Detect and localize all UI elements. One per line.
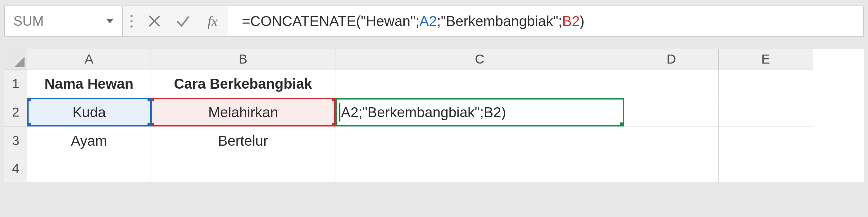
formula-token: B2: [562, 13, 580, 30]
cell-A2-text: Kuda: [72, 104, 105, 120]
cell-C4[interactable]: [335, 155, 624, 182]
cell-D3[interactable]: [624, 126, 719, 155]
col-header-B[interactable]: B: [151, 49, 335, 69]
spreadsheet-grid: A B C D E 1 Nama Hewan Cara Berkebangbia…: [4, 49, 864, 182]
range-handle-icon[interactable]: [332, 123, 335, 126]
row-header-3[interactable]: 3: [4, 126, 27, 155]
range-handle-icon[interactable]: [27, 123, 31, 126]
range-handle-icon[interactable]: [151, 98, 154, 101]
formula-bar: SUM fx =CONCATENATE("Hewan";A2;"Berkemba…: [4, 6, 864, 37]
col-header-D[interactable]: D: [624, 49, 719, 69]
cell-A1[interactable]: Nama Hewan: [27, 69, 151, 98]
dropdown-caret-icon[interactable]: [106, 19, 114, 23]
cell-A3[interactable]: Ayam: [27, 126, 151, 155]
name-box-text: SUM: [13, 13, 44, 29]
cell-B4[interactable]: [151, 155, 335, 182]
col-header-C[interactable]: C: [335, 49, 624, 69]
fx-label[interactable]: fx: [197, 6, 228, 36]
formula-token: A2: [420, 13, 437, 30]
name-box[interactable]: SUM: [5, 6, 123, 36]
range-handle-icon[interactable]: [151, 123, 154, 126]
check-icon: [175, 13, 191, 29]
range-handle-icon[interactable]: [148, 98, 151, 101]
cell-E2[interactable]: [719, 98, 813, 126]
cell-E1[interactable]: [719, 69, 813, 98]
cell-B2[interactable]: Melahirkan: [151, 98, 335, 126]
fill-handle-icon[interactable]: [620, 122, 624, 126]
range-handle-icon[interactable]: [148, 123, 151, 126]
formula-input[interactable]: =CONCATENATE("Hewan";A2;"Berkembangbiak"…: [228, 6, 863, 36]
formula-token: ;"Berkembangbiak";: [437, 13, 562, 30]
col-header-A[interactable]: A: [27, 49, 151, 69]
cell-A2[interactable]: Kuda: [27, 98, 151, 126]
cell-E4[interactable]: [719, 155, 813, 182]
cell-C3[interactable]: [335, 126, 624, 155]
cell-E3[interactable]: [719, 126, 813, 155]
formula-token: =CONCATENATE("Hewan";: [242, 13, 420, 30]
cell-D4[interactable]: [624, 155, 719, 182]
column-header-row: A B C D E: [4, 49, 864, 69]
row-header-2[interactable]: 2: [4, 98, 27, 126]
row-header-4[interactable]: 4: [4, 155, 27, 182]
cell-D2[interactable]: [624, 98, 719, 126]
cell-B2-text: Melahirkan: [208, 104, 278, 120]
table-row: 1 Nama Hewan Cara Berkebangbiak: [4, 69, 864, 98]
text-caret-icon: [339, 103, 340, 121]
cell-B3[interactable]: Bertelur: [151, 126, 335, 155]
x-icon: [146, 13, 162, 29]
range-handle-icon[interactable]: [27, 98, 31, 101]
col-header-E[interactable]: E: [719, 49, 813, 69]
select-all-corner[interactable]: [4, 49, 27, 69]
row-header-1[interactable]: 1: [4, 69, 27, 98]
table-row: 4: [4, 155, 864, 182]
cell-D1[interactable]: [624, 69, 719, 98]
cell-A4[interactable]: [27, 155, 151, 182]
range-handle-icon[interactable]: [332, 98, 335, 101]
enter-button[interactable]: [168, 6, 197, 36]
table-row: 3 Ayam Bertelur: [4, 126, 864, 155]
cell-C2-editing[interactable]: A2;"Berkembangbiak";B2): [335, 98, 624, 126]
vertical-dots-icon: [123, 6, 140, 36]
table-row: 2 Kuda Melahirkan A2;"Berkembangbiak";B2…: [4, 98, 864, 126]
cancel-button[interactable]: [140, 6, 168, 36]
cell-C2-text: A2;"Berkembangbiak";B2): [341, 104, 506, 120]
cell-C1[interactable]: [335, 69, 624, 98]
formula-token: ): [580, 13, 585, 30]
cell-B1[interactable]: Cara Berkebangbiak: [151, 69, 335, 98]
